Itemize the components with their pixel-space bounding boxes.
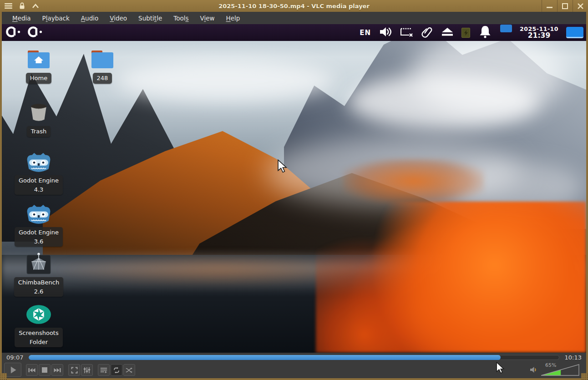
seek-row: 09:07 10:13 xyxy=(2,353,586,362)
menu-bar: Media Playback Audio Video Subtitle Tool… xyxy=(2,12,586,25)
trash-icon xyxy=(27,101,50,123)
desktop-icon-godot-36: Godot Engine3.6 xyxy=(11,203,66,247)
desktop-icon-chimbabench: ChimbaBench2.6 xyxy=(11,252,66,297)
display-indicator-icon xyxy=(566,27,583,38)
window-border[interactable] xyxy=(0,378,588,380)
app-logo-icon xyxy=(5,25,22,40)
godot-icon xyxy=(25,203,52,224)
desktop-icon-label: Home xyxy=(30,75,47,81)
desktop-icon-248: 248 xyxy=(75,49,130,84)
panel-time: 21:39 xyxy=(520,32,558,39)
godot-icon xyxy=(25,151,52,172)
resize-grip[interactable] xyxy=(0,373,7,380)
desktop-icon-label: Godot Engine xyxy=(19,177,59,184)
volume-mute-icon[interactable] xyxy=(530,366,537,375)
wallpaper-fog xyxy=(266,138,521,206)
chimbabench-icon xyxy=(26,252,51,274)
screenshots-icon xyxy=(25,304,52,325)
battery-indicator-icon xyxy=(461,28,470,38)
panel-clock: 2025-11-10 21:39 xyxy=(520,26,558,39)
desktop-icon-label: Trash xyxy=(31,128,46,135)
titlebar[interactable]: 2025-11-10 18-30-50.mp4 - VLC media play… xyxy=(0,0,588,12)
wallpaper-fog xyxy=(448,161,584,215)
desktop-icon-label: 2.6 xyxy=(34,288,44,295)
wallpaper-cloud xyxy=(348,74,539,129)
wallpaper-mountain-right xyxy=(284,24,586,229)
eject-icon xyxy=(441,27,454,39)
total-time: 10:13 xyxy=(565,354,582,361)
seek-bar-fill xyxy=(29,355,501,360)
wallpaper-snow xyxy=(411,33,566,115)
random-button[interactable] xyxy=(123,364,135,376)
elapsed-time: 09:07 xyxy=(6,354,23,361)
window-border[interactable] xyxy=(586,12,588,380)
wallpaper-orange-patch xyxy=(343,158,484,204)
folder-icon xyxy=(91,49,114,70)
shade-window-icon[interactable] xyxy=(31,2,40,10)
desktop-icon-label: 4.3 xyxy=(34,186,44,193)
desktop-icon-label: 3.6 xyxy=(34,238,44,245)
playlist-button[interactable] xyxy=(98,364,110,376)
paperclip-icon xyxy=(421,26,433,40)
menu-item-view[interactable]: View xyxy=(196,13,218,23)
window-border[interactable] xyxy=(0,12,2,380)
vlc-window: 2025-11-10 18-30-50.mp4 - VLC media play… xyxy=(0,0,588,380)
desktop-icon-label: 248 xyxy=(97,75,108,81)
screenshot-region-icon xyxy=(400,26,414,39)
panel-date: 2025-11-10 xyxy=(520,26,558,32)
window-title: 2025-11-10 18-30-50.mp4 - VLC media play… xyxy=(0,3,588,10)
maximize-button[interactable] xyxy=(557,0,573,12)
wallpaper-dark-ridge xyxy=(166,156,586,297)
menu-item-media[interactable]: Media xyxy=(8,13,35,23)
menu-item-audio[interactable]: Audio xyxy=(77,13,102,23)
close-button[interactable] xyxy=(573,0,588,12)
wallpaper-orange-ridge xyxy=(43,131,402,286)
next-button[interactable] xyxy=(51,364,63,376)
keyboard-layout-indicator: EN xyxy=(360,29,371,37)
recorded-cursor xyxy=(276,159,288,175)
desktop-icon-label: ChimbaBench xyxy=(18,279,59,286)
wallpaper-lake xyxy=(2,255,586,353)
wallpaper-warm-reflection xyxy=(56,254,384,286)
home-folder-icon xyxy=(27,49,51,70)
window-menu-icon[interactable] xyxy=(4,2,13,10)
wallpaper-cloud xyxy=(116,61,334,101)
desktop-icon-trash: Trash xyxy=(11,101,66,137)
minimize-button[interactable] xyxy=(542,0,557,12)
desktop-icon-label: Godot Engine xyxy=(19,229,59,236)
extended-settings-button[interactable] xyxy=(81,364,93,376)
wallpaper-mist xyxy=(2,249,586,295)
menu-item-subtitle[interactable]: Subtitle xyxy=(134,13,166,23)
stop-button[interactable] xyxy=(39,364,51,376)
video-display[interactable]: EN xyxy=(2,24,586,353)
wallpaper-orange-tree xyxy=(316,202,586,353)
menu-item-playback[interactable]: Playback xyxy=(38,13,74,23)
volume-percent-label: 65% xyxy=(545,362,556,368)
tray-app-icon xyxy=(500,25,512,32)
previous-button[interactable] xyxy=(26,364,38,376)
volume-slider[interactable]: 65% xyxy=(541,364,580,378)
app-logo-icon xyxy=(27,25,44,40)
desktop-icon-label: Screenshoots xyxy=(19,329,58,336)
seek-bar[interactable] xyxy=(29,355,559,360)
menu-item-help[interactable]: Help xyxy=(222,13,244,23)
desktop-icon-home: Home xyxy=(11,49,66,84)
control-bar: 65% xyxy=(2,362,586,378)
desktop-icon-label: Folder xyxy=(30,339,48,345)
fullscreen-button[interactable] xyxy=(68,364,80,376)
loop-button[interactable] xyxy=(111,364,122,376)
notifications-bell-icon xyxy=(478,25,492,41)
panel-volume-icon xyxy=(379,26,392,39)
menu-item-tools[interactable]: Tools xyxy=(169,13,193,23)
recorded-desktop-panel: EN xyxy=(2,24,586,41)
desktop-icon-godot-43: Godot Engine4.3 xyxy=(11,151,66,195)
desktop-icon-screenshoots: ScreenshootsFolder xyxy=(11,304,66,347)
resize-grip[interactable] xyxy=(581,373,588,380)
menu-item-video[interactable]: Video xyxy=(106,13,131,23)
lock-icon[interactable] xyxy=(17,2,26,10)
